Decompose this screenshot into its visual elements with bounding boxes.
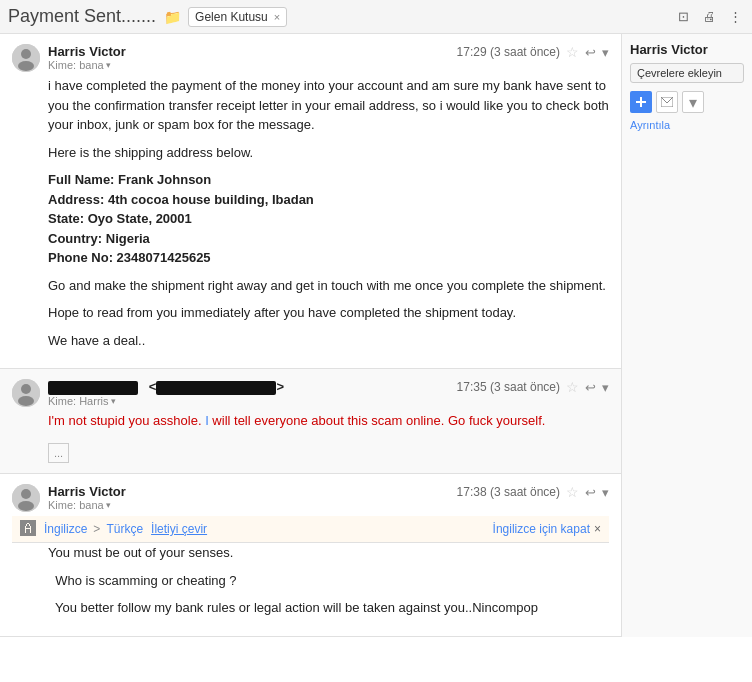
folder-icon[interactable]: 📁: [162, 7, 182, 27]
email-header-3: Harris Victor Kime: bana ▾ 17:38 (3 saat…: [12, 484, 609, 512]
translate-link[interactable]: İletiyi çevir: [151, 522, 207, 536]
sender-info-1: Harris Victor Kime: bana ▾: [48, 44, 457, 71]
email-body-3: You must be out of your senses. Who is s…: [48, 543, 609, 618]
email-header-2: < > Kime: Harris ▾ 17:35 (3 saat önce) ☆…: [12, 379, 609, 407]
main-layout: Harris Victor Kime: bana ▾ 17:29 (3 saat…: [0, 34, 752, 637]
email-meta-1: 17:29 (3 saat önce) ☆ ↩ ▾: [457, 44, 609, 60]
svg-point-7: [21, 489, 31, 499]
to-dropdown-arrow-2[interactable]: ▾: [111, 396, 116, 406]
more-options-icon[interactable]: ⋮: [726, 8, 744, 26]
star-icon-3[interactable]: ☆: [566, 484, 579, 500]
email-thread: Harris Victor Kime: bana ▾ 17:29 (3 saat…: [0, 34, 622, 637]
email-header-1: Harris Victor Kime: bana ▾ 17:29 (3 saat…: [12, 44, 609, 72]
reply-icon-1[interactable]: ↩: [585, 45, 596, 60]
redacted-email: [156, 381, 276, 395]
top-bar: Payment Sent....... 📁 Gelen Kutusu × ⊡ 🖨…: [0, 0, 752, 34]
reply-icon-2[interactable]: ↩: [585, 380, 596, 395]
sender-info-3: Harris Victor Kime: bana ▾: [48, 484, 457, 511]
email-message-2: < > Kime: Harris ▾ 17:35 (3 saat önce) ☆…: [0, 369, 621, 474]
mail-icon[interactable]: [656, 91, 678, 113]
inbox-tab-close[interactable]: ×: [274, 11, 280, 23]
to-lang-btn[interactable]: Türkçe: [106, 522, 143, 536]
svg-point-1: [21, 49, 31, 59]
right-panel-action-icons: ▾: [630, 91, 744, 113]
add-to-circles-button[interactable]: Çevrelere ekleyin: [630, 63, 744, 83]
detail-link[interactable]: Ayrıntıla: [630, 119, 744, 131]
more-icon-2[interactable]: ▾: [602, 380, 609, 395]
to-line-3: Kime: bana ▾: [48, 499, 457, 511]
translation-bar: 🅰 İngilizce > Türkçe İletiyi çevir İngil…: [12, 516, 609, 543]
email-time-1: 17:29 (3 saat önce): [457, 45, 560, 59]
add-contact-icon[interactable]: [630, 91, 652, 113]
more-icon-1[interactable]: ▾: [602, 45, 609, 60]
email-time-3: 17:38 (3 saat önce): [457, 485, 560, 499]
right-panel: Harris Victor Çevrelere ekleyin ▾ Ayrınt…: [622, 34, 752, 637]
redacted-name: [48, 381, 138, 395]
email-subject-title: Payment Sent.......: [8, 6, 156, 27]
expand-icon[interactable]: ⊡: [674, 8, 692, 26]
more-icon-3[interactable]: ▾: [602, 485, 609, 500]
translate-icon: 🅰: [20, 520, 36, 538]
email-time-2: 17:35 (3 saat önce): [457, 380, 560, 394]
avatar-1: [12, 44, 40, 72]
email-body-1: i have completed the payment of the mone…: [48, 76, 609, 350]
translation-close-icon[interactable]: ×: [594, 522, 601, 536]
svg-point-8: [18, 501, 34, 511]
translation-close-bar: İngilizce için kapat ×: [493, 522, 601, 536]
from-lang-btn[interactable]: İngilizce: [44, 522, 87, 536]
sender-info-2: < > Kime: Harris ▾: [48, 379, 457, 407]
svg-point-5: [18, 396, 34, 406]
to-line-1: Kime: bana ▾: [48, 59, 457, 71]
star-icon-1[interactable]: ☆: [566, 44, 579, 60]
sender-name-1: Harris Victor: [48, 44, 457, 59]
avatar-2: [12, 379, 40, 407]
svg-point-4: [21, 384, 31, 394]
sender-name-3: Harris Victor: [48, 484, 457, 499]
translation-close-link[interactable]: İngilizce için kapat: [493, 522, 590, 536]
ellipsis-expand[interactable]: ...: [48, 443, 69, 464]
inbox-tab-label: Gelen Kutusu: [195, 10, 268, 24]
star-icon-2[interactable]: ☆: [566, 379, 579, 395]
top-bar-right-icons: ⊡ 🖨 ⋮: [674, 8, 744, 26]
more-right-icon[interactable]: ▾: [682, 91, 704, 113]
email-meta-2: 17:35 (3 saat önce) ☆ ↩ ▾: [457, 379, 609, 395]
contact-name: Harris Victor: [630, 42, 744, 57]
email-message-1: Harris Victor Kime: bana ▾ 17:29 (3 saat…: [0, 34, 621, 369]
avatar-3: [12, 484, 40, 512]
email-meta-3: 17:38 (3 saat önce) ☆ ↩ ▾: [457, 484, 609, 500]
email-body-2: I'm not stupid you asshole. I will tell …: [48, 411, 609, 463]
translate-arrow: >: [93, 522, 100, 536]
to-line-2: Kime: Harris ▾: [48, 395, 457, 407]
to-dropdown-arrow-1[interactable]: ▾: [106, 60, 111, 70]
print-icon[interactable]: 🖨: [700, 8, 718, 26]
sender-name-2: < >: [48, 379, 457, 395]
svg-point-2: [18, 61, 34, 71]
email-message-3: Harris Victor Kime: bana ▾ 17:38 (3 saat…: [0, 474, 621, 637]
reply-icon-3[interactable]: ↩: [585, 485, 596, 500]
inbox-tab[interactable]: Gelen Kutusu ×: [188, 7, 287, 27]
to-dropdown-arrow-3[interactable]: ▾: [106, 500, 111, 510]
